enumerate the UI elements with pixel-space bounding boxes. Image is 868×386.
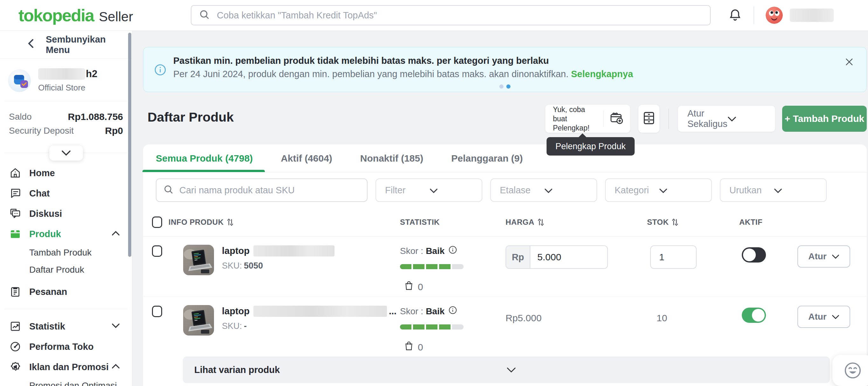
product-image[interactable] xyxy=(183,305,214,336)
sidebar-subitem-label: Daftar Produk xyxy=(29,265,84,275)
tab-semua-produk[interactable]: Semua Produk (4798) xyxy=(156,144,253,172)
statistik-cell: Skor :Baik 0 xyxy=(400,297,505,353)
logo[interactable]: tokopedia Seller xyxy=(19,5,133,25)
expand-balance-button[interactable] xyxy=(49,145,83,161)
info-circle-icon[interactable] xyxy=(448,306,457,317)
stok-cell: 10 xyxy=(647,297,739,323)
chat-icon xyxy=(9,187,22,199)
sidebar-subitem-daftar-produk[interactable]: Daftar Produk xyxy=(0,261,132,278)
global-search[interactable] xyxy=(191,5,711,25)
price-input[interactable] xyxy=(530,246,607,268)
row-checkbox[interactable] xyxy=(152,245,162,257)
chevron-left-icon xyxy=(27,39,35,50)
product-title[interactable]: laptop ... xyxy=(222,306,397,317)
atur-sekaligus-dropdown[interactable]: Atur Sekaligus xyxy=(678,106,775,132)
atur-cell: Atur xyxy=(798,237,867,268)
sidebar-subitem-tambah-produk[interactable]: Tambah Produk xyxy=(0,244,132,261)
kategori-dropdown[interactable]: Kategori xyxy=(605,178,712,202)
sidebar-item-produk[interactable]: Produk xyxy=(0,224,132,244)
sidebar-item-home[interactable]: Home xyxy=(0,163,132,183)
banner-selengkapnya-link[interactable]: Selengkapnya xyxy=(571,69,633,79)
col-header-info-produk[interactable]: INFO PRODUK xyxy=(168,218,400,226)
active-toggle-on[interactable] xyxy=(742,308,766,323)
tab-pelanggaran[interactable]: Pelanggaran (9) xyxy=(451,144,523,172)
info-banner: Pastikan min. pembelian produk tidak mel… xyxy=(143,47,867,92)
global-search-input[interactable] xyxy=(217,10,702,21)
tab-aktif[interactable]: Aktif (4604) xyxy=(281,144,332,172)
store-avatar xyxy=(8,69,31,92)
store-name-visible: h2 xyxy=(86,68,97,80)
close-icon[interactable] xyxy=(842,55,856,70)
stock-input[interactable] xyxy=(650,245,696,269)
product-search-input[interactable] xyxy=(179,185,360,196)
saldo-label: Saldo xyxy=(9,112,32,122)
product-tabs: Semua Produk (4798) Aktif (4604) Nonakti… xyxy=(143,144,867,172)
balance-panel: Saldo Rp1.088.756 Security Deposit Rp0 xyxy=(4,101,127,144)
score-progress-bar xyxy=(400,324,505,329)
sidebar-scrollbar[interactable] xyxy=(128,33,131,257)
chevron-down-icon xyxy=(544,185,589,196)
sidebar-subitem-promosi-optimasi[interactable]: Promosi dan Optimasi xyxy=(0,377,132,386)
sidebar-item-iklan-promosi[interactable]: Iklan dan Promosi xyxy=(0,357,132,377)
kategori-dropdown-label: Kategori xyxy=(615,185,659,196)
sidebar-item-label: Statistik xyxy=(29,321,65,332)
sidebar-subitem-label: Promosi dan Optimasi xyxy=(29,381,117,386)
sidebar-item-chat[interactable]: Chat xyxy=(0,183,132,204)
select-all-checkbox[interactable] xyxy=(152,216,162,228)
info-circle-icon[interactable] xyxy=(448,245,457,256)
sidebar-item-statistik[interactable]: Statistik xyxy=(0,316,132,337)
lihat-varian-produk-bar[interactable]: Lihat varian produk xyxy=(183,356,830,383)
atur-dropdown-button[interactable]: Atur xyxy=(798,306,850,328)
pelengkap-button[interactable]: Yuk, coba buat Pelengkap! Pelengkap Prod… xyxy=(545,105,630,133)
sidebar-item-label: Performa Toko xyxy=(29,342,94,352)
atur-cell: Atur xyxy=(798,297,867,328)
product-image[interactable] xyxy=(183,245,214,275)
stok-cell xyxy=(647,237,739,269)
product-info-cell: laptop ... SKU:- xyxy=(168,297,400,336)
product-search[interactable] xyxy=(156,178,368,202)
price-input-group[interactable]: Rp xyxy=(505,245,608,269)
filter-dropdown[interactable]: Filter xyxy=(375,178,482,202)
row-checkbox[interactable] xyxy=(152,306,162,317)
store-info: h2 Official Store xyxy=(38,68,97,93)
sidebar-item-pesanan[interactable]: Pesanan xyxy=(0,282,132,302)
pelengkap-tooltip: Pelengkap Produk xyxy=(547,137,634,155)
home-icon xyxy=(9,167,22,179)
etalase-dropdown[interactable]: Etalase xyxy=(490,178,597,202)
pagination-dot-active[interactable] xyxy=(506,84,510,89)
aktif-cell xyxy=(739,237,798,262)
page-header: Daftar Produk Yuk, coba buat Pelengkap! … xyxy=(143,105,867,133)
active-toggle-off[interactable] xyxy=(742,247,766,262)
product-row: laptop ... SKU:- Skor :Baik xyxy=(143,297,867,356)
banner-body: Per 24 Juni 2024, produk dengan min. pem… xyxy=(173,69,633,79)
shopping-bag-icon xyxy=(404,341,413,353)
sold-line: 0 xyxy=(400,341,505,353)
archive-button[interactable] xyxy=(639,105,659,133)
pagination-dot[interactable] xyxy=(499,84,504,89)
help-smiley-fab[interactable] xyxy=(832,355,868,386)
col-header-stok[interactable]: STOK xyxy=(647,218,739,226)
collapse-menu-button[interactable]: Sembunyikan Menu xyxy=(0,31,132,59)
score-progress-bar xyxy=(400,264,505,269)
sidebar-subitem-label: Tambah Produk xyxy=(29,248,92,258)
discussion-icon xyxy=(9,208,22,220)
tambah-produk-button[interactable]: + Tambah Produk xyxy=(782,106,867,132)
atur-dropdown-button[interactable]: Atur xyxy=(798,245,850,268)
deposit-label: Security Deposit xyxy=(9,126,74,136)
notification-bell-icon[interactable] xyxy=(728,8,742,23)
banner-title: Pastikan min. pembelian produk tidak mel… xyxy=(173,56,549,66)
product-title[interactable]: laptop xyxy=(222,245,336,256)
urutkan-dropdown[interactable]: Urutkan xyxy=(720,178,827,202)
chevron-up-icon xyxy=(112,364,120,370)
filter-dropdown-label: Filter xyxy=(385,185,430,196)
sidebar-item-diskusi[interactable]: Diskusi xyxy=(0,204,132,224)
controls-divider xyxy=(668,109,669,129)
user-name-redacted xyxy=(790,8,834,22)
product-box-icon xyxy=(9,228,22,240)
sidebar-item-performa-toko[interactable]: Performa Toko xyxy=(0,337,132,357)
menu-divider xyxy=(4,309,127,309)
tab-nonaktif[interactable]: Nonaktif (185) xyxy=(360,144,423,172)
store-summary[interactable]: h2 Official Store xyxy=(0,59,132,101)
col-header-harga[interactable]: HARGA xyxy=(505,218,647,226)
user-avatar[interactable] xyxy=(766,7,783,24)
